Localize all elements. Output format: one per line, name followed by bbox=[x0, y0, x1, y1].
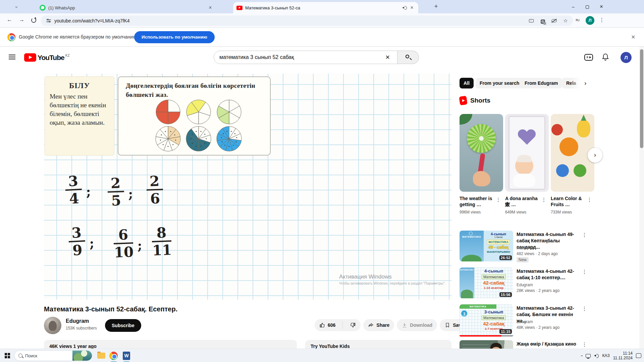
video-menu-icon[interactable]: ⋮ bbox=[582, 232, 587, 238]
dislike-button[interactable] bbox=[345, 319, 361, 331]
tab-close-icon[interactable]: × bbox=[409, 5, 415, 11]
install-app-icon[interactable] bbox=[528, 18, 535, 23]
video-channel: Edugram bbox=[517, 319, 533, 324]
back-button[interactable]: ← bbox=[7, 16, 12, 23]
search-highlight-image[interactable] bbox=[72, 350, 92, 361]
fraction-pie bbox=[216, 99, 242, 125]
thumbs-down-icon bbox=[350, 322, 356, 328]
channel-name[interactable]: Edugram bbox=[66, 318, 89, 324]
video-menu-icon[interactable]: ⋮ bbox=[582, 306, 587, 312]
subscribe-button[interactable]: Subscribe bbox=[105, 319, 141, 332]
window-maximize-button[interactable] bbox=[580, 0, 594, 13]
fraction-pie bbox=[185, 126, 212, 152]
video-thumbnail[interactable]: МАТЕМАТИКА 4-сынып 1-бөлім МАТЕМАТИКА 49… bbox=[460, 231, 513, 261]
network-icon[interactable] bbox=[586, 354, 591, 358]
duration-badge: 11:15 bbox=[499, 329, 512, 334]
short-title[interactable]: A dona aranha 🕸 … bbox=[505, 195, 540, 207]
page-scrollbar[interactable] bbox=[639, 47, 644, 349]
word-taskbar-button[interactable]: W bbox=[123, 352, 131, 360]
browser-tab-strip: › (1) WhatsApp × Математика 3-сынып 52-с… bbox=[0, 0, 644, 13]
youtube-page: YouTube KZ × Л БІЛУ Мен үлес пен бөлшект… bbox=[0, 47, 644, 349]
youtube-region-label: KZ bbox=[65, 54, 70, 57]
keyboard-language[interactable]: КАЗ bbox=[602, 353, 610, 358]
notice-close-icon[interactable]: × bbox=[631, 33, 635, 41]
notification-center-icon[interactable] bbox=[636, 353, 641, 358]
video-thumbnail[interactable]: МАТЕМАТИКА 3 3-сынып Математика 42-сабақ… bbox=[460, 304, 513, 335]
guide-menu-icon[interactable] bbox=[9, 55, 15, 59]
tab-close-icon[interactable]: × bbox=[207, 5, 213, 11]
search-button[interactable] bbox=[397, 51, 419, 64]
start-button[interactable] bbox=[5, 353, 10, 358]
channel-avatar[interactable] bbox=[44, 317, 61, 334]
set-default-button[interactable]: Использовать по умолчанию bbox=[134, 31, 215, 43]
create-button[interactable] bbox=[584, 53, 594, 62]
shorts-next-button[interactable]: › bbox=[588, 148, 602, 163]
short-title[interactable]: The weather is getting … bbox=[460, 195, 494, 207]
browser-profile-avatar[interactable]: Л bbox=[586, 16, 594, 25]
account-avatar[interactable]: Л bbox=[621, 52, 632, 63]
forward-button[interactable]: → bbox=[19, 16, 24, 23]
video-title[interactable]: Жаңа өмір / Қазақша кино 2024 bbox=[517, 341, 580, 349]
site-settings-icon[interactable] bbox=[46, 19, 51, 23]
like-button[interactable]: 606 bbox=[315, 319, 340, 331]
filter-chip-from-search[interactable]: From your search bbox=[476, 78, 523, 88]
share-button[interactable]: Share bbox=[363, 319, 394, 331]
short-card[interactable] bbox=[460, 114, 503, 192]
search-clear-icon[interactable]: × bbox=[383, 53, 392, 62]
search-box[interactable]: × bbox=[214, 51, 397, 64]
filter-chip-from-edugram[interactable]: From Edugram bbox=[521, 78, 562, 88]
taskbar-search[interactable]: Поиск bbox=[14, 350, 92, 361]
tab-whatsapp[interactable]: (1) WhatsApp × bbox=[36, 2, 217, 13]
video-thumbnail[interactable]: МАТЕМАТИКА 4-сынып Математика 42-сабақ 1… bbox=[460, 267, 513, 298]
description-box[interactable]: 46K views 1 year ago bbox=[44, 340, 297, 349]
video-menu-icon[interactable]: ⋮ bbox=[582, 269, 587, 275]
handwritten-fraction: 34; bbox=[64, 173, 83, 207]
tab-search-button[interactable]: › bbox=[13, 3, 20, 11]
eye-off-icon[interactable] bbox=[551, 18, 557, 23]
bookmark-icon bbox=[444, 322, 450, 328]
youtube-logo[interactable]: YouTube KZ bbox=[24, 53, 70, 62]
chips-scroll-chevron-icon[interactable]: › bbox=[584, 79, 586, 87]
tab-youtube[interactable]: Математика 3-сынып 52-са × bbox=[233, 2, 418, 13]
search-input[interactable] bbox=[219, 54, 383, 60]
search-icon bbox=[18, 354, 22, 358]
short-menu-icon[interactable]: ⋮ bbox=[496, 197, 501, 203]
chrome-taskbar-button[interactable] bbox=[109, 352, 118, 360]
address-bar[interactable]: youtube.com/watch?v=LMIA-zq7fK4 G ☆ bbox=[41, 15, 573, 26]
video-title[interactable]: Математика 4-сынып 42-сабақ 1-10 есептер… bbox=[517, 268, 580, 281]
tab-audio-list-icon[interactable]: ≡♪ bbox=[576, 17, 580, 22]
pineapple-decoration bbox=[577, 120, 590, 137]
reload-button[interactable] bbox=[31, 18, 36, 23]
download-button[interactable]: Download bbox=[397, 319, 437, 331]
short-title[interactable]: Learn Color & Fruits … bbox=[551, 195, 586, 207]
short-card[interactable] bbox=[505, 114, 549, 192]
video-thumbnail[interactable] bbox=[460, 340, 513, 349]
video-menu-icon[interactable]: ⋮ bbox=[582, 342, 587, 348]
create-video-icon bbox=[584, 54, 593, 61]
short-menu-icon[interactable]: ⋮ bbox=[541, 197, 546, 203]
file-explorer-button[interactable] bbox=[97, 352, 106, 360]
short-menu-icon[interactable]: ⋮ bbox=[587, 197, 592, 203]
translate-icon[interactable]: G bbox=[539, 18, 546, 24]
search-placeholder: Поиск bbox=[25, 353, 72, 358]
bookmark-star-icon[interactable]: ☆ bbox=[562, 18, 569, 24]
browser-toolbar: ← → youtube.com/watch?v=LMIA-zq7fK4 G ☆ … bbox=[0, 13, 644, 28]
notifications-button[interactable] bbox=[601, 53, 610, 62]
volume-icon[interactable] bbox=[594, 354, 599, 358]
video-channel: Edugram bbox=[517, 283, 533, 287]
window-close-button[interactable]: × bbox=[594, 0, 608, 13]
like-count: 606 bbox=[328, 322, 335, 328]
new-badge: New bbox=[517, 257, 529, 262]
new-tab-button[interactable]: + bbox=[432, 3, 440, 10]
clock[interactable]: 11:14 11.11.2024 bbox=[613, 351, 633, 360]
window-minimize-button[interactable]: – bbox=[566, 0, 580, 13]
tray-expand-icon[interactable]: › bbox=[579, 355, 584, 356]
bell-icon bbox=[601, 53, 610, 61]
filter-chip-all[interactable]: All bbox=[460, 78, 474, 88]
video-player[interactable]: БІЛУ Мен үлес пен бөлшектің не екенін бі… bbox=[44, 74, 451, 300]
browser-menu-icon[interactable]: ⋮ bbox=[599, 17, 604, 23]
scrollbar-thumb[interactable] bbox=[640, 49, 643, 148]
maximize-icon bbox=[586, 5, 589, 9]
youtube-kids-promo[interactable]: Try YouTube Kids bbox=[305, 340, 451, 349]
tab-audio-icon[interactable] bbox=[402, 6, 407, 10]
